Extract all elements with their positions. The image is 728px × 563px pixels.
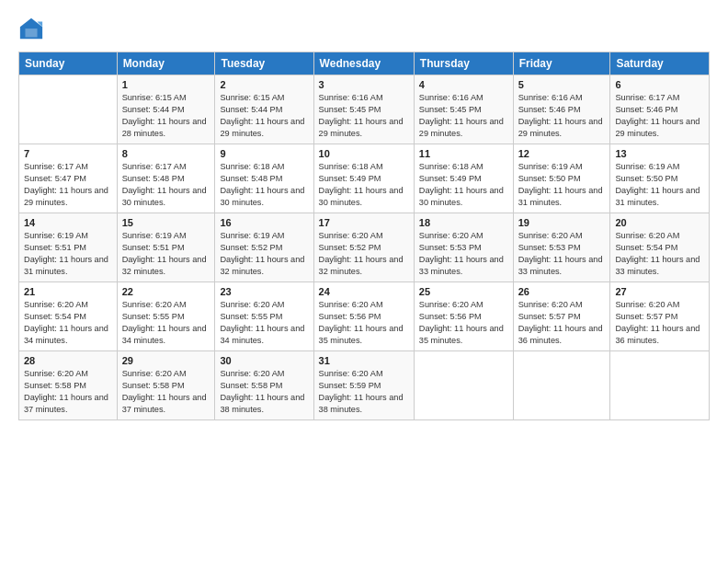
day-cell: 7Sunrise: 6:17 AMSunset: 5:47 PMDaylight… [19, 144, 118, 213]
day-info: Sunrise: 6:18 AMSunset: 5:48 PMDaylight:… [220, 161, 308, 209]
day-info: Sunrise: 6:18 AMSunset: 5:49 PMDaylight:… [319, 161, 409, 209]
day-cell: 26Sunrise: 6:20 AMSunset: 5:57 PMDayligh… [513, 282, 610, 351]
day-number: 3 [319, 79, 409, 90]
day-cell: 28Sunrise: 6:20 AMSunset: 5:58 PMDayligh… [19, 351, 118, 420]
day-info: Sunrise: 6:19 AMSunset: 5:51 PMDaylight:… [24, 230, 112, 278]
day-cell: 3Sunrise: 6:16 AMSunset: 5:45 PMDaylight… [313, 75, 414, 144]
day-number: 14 [24, 217, 112, 228]
day-number: 30 [220, 355, 308, 366]
day-info: Sunrise: 6:20 AMSunset: 5:59 PMDaylight:… [319, 368, 409, 416]
day-number: 31 [319, 355, 409, 366]
day-cell: 18Sunrise: 6:20 AMSunset: 5:53 PMDayligh… [414, 213, 513, 282]
day-number: 7 [24, 148, 112, 159]
day-cell [610, 351, 710, 420]
day-info: Sunrise: 6:19 AMSunset: 5:50 PMDaylight:… [615, 161, 704, 209]
day-number: 29 [122, 355, 210, 366]
day-number: 28 [24, 355, 112, 366]
day-cell: 25Sunrise: 6:20 AMSunset: 5:56 PMDayligh… [414, 282, 513, 351]
day-info: Sunrise: 6:20 AMSunset: 5:54 PMDaylight:… [615, 230, 704, 278]
col-header-tuesday: Tuesday [215, 52, 313, 75]
day-info: Sunrise: 6:20 AMSunset: 5:57 PMDaylight:… [518, 299, 606, 347]
day-cell: 8Sunrise: 6:17 AMSunset: 5:48 PMDaylight… [117, 144, 215, 213]
day-number: 8 [122, 148, 210, 159]
page: SundayMondayTuesdayWednesdayThursdayFrid… [0, 0, 728, 563]
day-number: 18 [419, 217, 508, 228]
day-cell: 14Sunrise: 6:19 AMSunset: 5:51 PMDayligh… [19, 213, 118, 282]
day-cell: 2Sunrise: 6:15 AMSunset: 5:44 PMDaylight… [215, 75, 313, 144]
logo-icon [18, 17, 44, 42]
day-number: 27 [615, 286, 704, 297]
day-cell: 4Sunrise: 6:16 AMSunset: 5:45 PMDaylight… [414, 75, 513, 144]
col-header-friday: Friday [513, 52, 610, 75]
day-cell: 23Sunrise: 6:20 AMSunset: 5:55 PMDayligh… [215, 282, 313, 351]
day-number: 11 [419, 148, 508, 159]
day-number: 5 [518, 79, 606, 90]
day-number: 2 [220, 79, 308, 90]
day-info: Sunrise: 6:20 AMSunset: 5:55 PMDaylight:… [220, 299, 308, 347]
day-cell: 9Sunrise: 6:18 AMSunset: 5:48 PMDaylight… [215, 144, 313, 213]
day-cell: 24Sunrise: 6:20 AMSunset: 5:56 PMDayligh… [313, 282, 414, 351]
day-number: 16 [220, 217, 308, 228]
day-info: Sunrise: 6:19 AMSunset: 5:52 PMDaylight:… [220, 230, 308, 278]
day-info: Sunrise: 6:18 AMSunset: 5:49 PMDaylight:… [419, 161, 508, 209]
day-cell: 20Sunrise: 6:20 AMSunset: 5:54 PMDayligh… [610, 213, 710, 282]
day-number: 10 [319, 148, 409, 159]
day-info: Sunrise: 6:20 AMSunset: 5:56 PMDaylight:… [419, 299, 508, 347]
day-info: Sunrise: 6:20 AMSunset: 5:58 PMDaylight:… [220, 368, 308, 416]
day-info: Sunrise: 6:16 AMSunset: 5:45 PMDaylight:… [419, 92, 508, 140]
week-row-2: 7Sunrise: 6:17 AMSunset: 5:47 PMDaylight… [19, 144, 710, 213]
day-number: 15 [122, 217, 210, 228]
week-row-5: 28Sunrise: 6:20 AMSunset: 5:58 PMDayligh… [19, 351, 710, 420]
col-header-monday: Monday [117, 52, 215, 75]
day-info: Sunrise: 6:20 AMSunset: 5:54 PMDaylight:… [24, 299, 112, 347]
day-cell: 16Sunrise: 6:19 AMSunset: 5:52 PMDayligh… [215, 213, 313, 282]
day-cell [19, 75, 118, 144]
day-cell: 6Sunrise: 6:17 AMSunset: 5:46 PMDaylight… [610, 75, 710, 144]
day-cell: 5Sunrise: 6:16 AMSunset: 5:46 PMDaylight… [513, 75, 610, 144]
week-row-4: 21Sunrise: 6:20 AMSunset: 5:54 PMDayligh… [19, 282, 710, 351]
day-cell: 12Sunrise: 6:19 AMSunset: 5:50 PMDayligh… [513, 144, 610, 213]
day-cell: 29Sunrise: 6:20 AMSunset: 5:58 PMDayligh… [117, 351, 215, 420]
day-cell: 11Sunrise: 6:18 AMSunset: 5:49 PMDayligh… [414, 144, 513, 213]
col-header-saturday: Saturday [610, 52, 710, 75]
day-cell [414, 351, 513, 420]
day-info: Sunrise: 6:20 AMSunset: 5:58 PMDaylight:… [122, 368, 210, 416]
day-cell: 27Sunrise: 6:20 AMSunset: 5:57 PMDayligh… [610, 282, 710, 351]
day-cell: 19Sunrise: 6:20 AMSunset: 5:53 PMDayligh… [513, 213, 610, 282]
day-cell: 31Sunrise: 6:20 AMSunset: 5:59 PMDayligh… [313, 351, 414, 420]
day-info: Sunrise: 6:20 AMSunset: 5:53 PMDaylight:… [518, 230, 606, 278]
day-info: Sunrise: 6:15 AMSunset: 5:44 PMDaylight:… [220, 92, 308, 140]
day-number: 26 [518, 286, 606, 297]
day-number: 19 [518, 217, 606, 228]
day-number: 12 [518, 148, 606, 159]
day-number: 13 [615, 148, 704, 159]
day-cell: 1Sunrise: 6:15 AMSunset: 5:44 PMDaylight… [117, 75, 215, 144]
day-cell: 13Sunrise: 6:19 AMSunset: 5:50 PMDayligh… [610, 144, 710, 213]
logo [18, 17, 48, 42]
header [18, 17, 710, 42]
day-info: Sunrise: 6:19 AMSunset: 5:50 PMDaylight:… [518, 161, 606, 209]
day-info: Sunrise: 6:20 AMSunset: 5:53 PMDaylight:… [419, 230, 508, 278]
day-cell: 10Sunrise: 6:18 AMSunset: 5:49 PMDayligh… [313, 144, 414, 213]
day-info: Sunrise: 6:19 AMSunset: 5:51 PMDaylight:… [122, 230, 210, 278]
day-info: Sunrise: 6:15 AMSunset: 5:44 PMDaylight:… [122, 92, 210, 140]
day-cell [513, 351, 610, 420]
day-cell: 15Sunrise: 6:19 AMSunset: 5:51 PMDayligh… [117, 213, 215, 282]
col-header-thursday: Thursday [414, 52, 513, 75]
day-number: 17 [319, 217, 409, 228]
day-number: 4 [419, 79, 508, 90]
day-number: 25 [419, 286, 508, 297]
day-info: Sunrise: 6:17 AMSunset: 5:47 PMDaylight:… [24, 161, 112, 209]
day-number: 1 [122, 79, 210, 90]
day-info: Sunrise: 6:16 AMSunset: 5:45 PMDaylight:… [319, 92, 409, 140]
day-cell: 22Sunrise: 6:20 AMSunset: 5:55 PMDayligh… [117, 282, 215, 351]
day-number: 9 [220, 148, 308, 159]
day-info: Sunrise: 6:20 AMSunset: 5:52 PMDaylight:… [319, 230, 409, 278]
day-number: 21 [24, 286, 112, 297]
svg-rect-2 [25, 29, 37, 37]
day-info: Sunrise: 6:20 AMSunset: 5:56 PMDaylight:… [319, 299, 409, 347]
day-cell: 21Sunrise: 6:20 AMSunset: 5:54 PMDayligh… [19, 282, 118, 351]
day-number: 23 [220, 286, 308, 297]
day-info: Sunrise: 6:17 AMSunset: 5:48 PMDaylight:… [122, 161, 210, 209]
day-number: 24 [319, 286, 409, 297]
